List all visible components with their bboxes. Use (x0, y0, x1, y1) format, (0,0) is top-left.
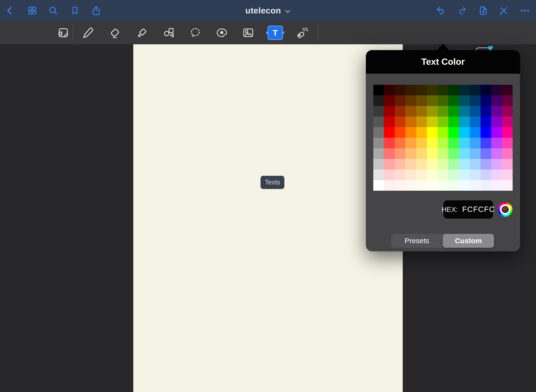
color-cell[interactable] (384, 170, 395, 180)
color-cell[interactable] (481, 148, 491, 159)
eraser-tool-icon[interactable] (108, 26, 121, 39)
color-cell[interactable] (384, 138, 395, 148)
bookmark-icon[interactable] (70, 6, 80, 16)
color-cell[interactable] (438, 159, 448, 170)
color-cell[interactable] (502, 127, 513, 138)
color-cell[interactable] (470, 95, 480, 106)
color-cell[interactable] (491, 85, 502, 95)
color-cell[interactable] (481, 106, 491, 117)
highlighter-tool-icon[interactable] (135, 26, 148, 39)
color-cell[interactable] (481, 138, 491, 148)
color-cell[interactable] (427, 148, 437, 159)
color-cell[interactable] (491, 106, 502, 117)
color-cell[interactable] (459, 170, 470, 180)
color-cell[interactable] (416, 117, 427, 127)
color-cell[interactable] (459, 180, 470, 191)
color-cell[interactable] (384, 180, 395, 191)
color-cell[interactable] (416, 106, 427, 117)
thumbnails-grid-icon[interactable] (27, 6, 37, 16)
color-cell[interactable] (459, 95, 470, 106)
color-cell[interactable] (502, 170, 513, 180)
color-cell[interactable] (491, 95, 502, 106)
share-icon[interactable] (91, 5, 101, 16)
color-cell[interactable] (384, 106, 395, 117)
color-cell[interactable] (459, 148, 470, 159)
color-cell[interactable] (438, 117, 448, 127)
color-cell[interactable] (427, 85, 437, 95)
color-cell[interactable] (448, 117, 459, 127)
color-cell[interactable] (373, 148, 384, 159)
color-cell[interactable] (481, 117, 491, 127)
color-cell[interactable] (427, 106, 437, 117)
color-cell[interactable] (438, 106, 448, 117)
hex-input[interactable]: HEX: FCFCFC (443, 200, 493, 219)
color-cell[interactable] (427, 117, 437, 127)
add-page-icon[interactable] (478, 5, 489, 16)
text-tool-active[interactable]: T (268, 26, 283, 40)
color-cell[interactable] (416, 170, 427, 180)
color-cell[interactable] (405, 159, 416, 170)
color-cell[interactable] (405, 148, 416, 159)
color-cell[interactable] (470, 159, 480, 170)
color-cell[interactable] (481, 95, 491, 106)
color-cell[interactable] (373, 180, 384, 191)
color-cell[interactable] (405, 180, 416, 191)
color-cell[interactable] (491, 180, 502, 191)
color-cell[interactable] (481, 180, 491, 191)
color-cell[interactable] (395, 159, 405, 170)
color-cell[interactable] (481, 127, 491, 138)
laser-pointer-icon[interactable] (295, 26, 308, 39)
color-cell[interactable] (470, 138, 480, 148)
color-cell[interactable] (427, 127, 437, 138)
color-cell[interactable] (438, 138, 448, 148)
color-cell[interactable] (502, 85, 513, 95)
color-cell[interactable] (491, 159, 502, 170)
color-cell[interactable] (427, 95, 437, 106)
color-cell[interactable] (491, 127, 502, 138)
color-cell[interactable] (470, 148, 480, 159)
color-cell[interactable] (395, 106, 405, 117)
color-cell[interactable] (405, 170, 416, 180)
color-cell[interactable] (459, 85, 470, 95)
color-cell[interactable] (395, 138, 405, 148)
color-cell[interactable] (395, 95, 405, 106)
color-cell[interactable] (373, 117, 384, 127)
image-tool-icon[interactable] (242, 26, 255, 39)
color-cell[interactable] (416, 148, 427, 159)
color-cell[interactable] (405, 117, 416, 127)
color-cell[interactable] (416, 95, 427, 106)
color-cell[interactable] (416, 127, 427, 138)
color-cell[interactable] (491, 138, 502, 148)
color-cell[interactable] (438, 127, 448, 138)
color-cell[interactable] (448, 159, 459, 170)
color-cell[interactable] (448, 180, 459, 191)
color-cell[interactable] (384, 159, 395, 170)
color-cell[interactable] (384, 127, 395, 138)
color-cell[interactable] (502, 138, 513, 148)
color-cell[interactable] (405, 138, 416, 148)
pen-tool-icon[interactable] (81, 26, 94, 39)
color-cell[interactable] (438, 170, 448, 180)
color-cell[interactable] (459, 106, 470, 117)
more-options-icon[interactable] (520, 5, 530, 16)
color-cell[interactable] (405, 95, 416, 106)
color-cell[interactable] (448, 170, 459, 180)
color-wheel-button[interactable] (498, 202, 512, 217)
color-cell[interactable] (416, 159, 427, 170)
lasso-tool-icon[interactable] (189, 26, 202, 39)
color-cell[interactable] (470, 127, 480, 138)
color-cell[interactable] (502, 159, 513, 170)
color-cell[interactable] (438, 85, 448, 95)
color-cell[interactable] (373, 159, 384, 170)
tab-custom[interactable]: Custom (443, 234, 494, 248)
color-cell[interactable] (395, 148, 405, 159)
color-cell[interactable] (384, 117, 395, 127)
elements-sticker-icon[interactable] (215, 26, 228, 39)
color-cell[interactable] (459, 159, 470, 170)
color-cell[interactable] (448, 127, 459, 138)
color-cell[interactable] (491, 148, 502, 159)
color-cell[interactable] (395, 117, 405, 127)
color-cell[interactable] (448, 85, 459, 95)
color-cell[interactable] (448, 138, 459, 148)
disable-editing-icon[interactable] (499, 6, 509, 16)
